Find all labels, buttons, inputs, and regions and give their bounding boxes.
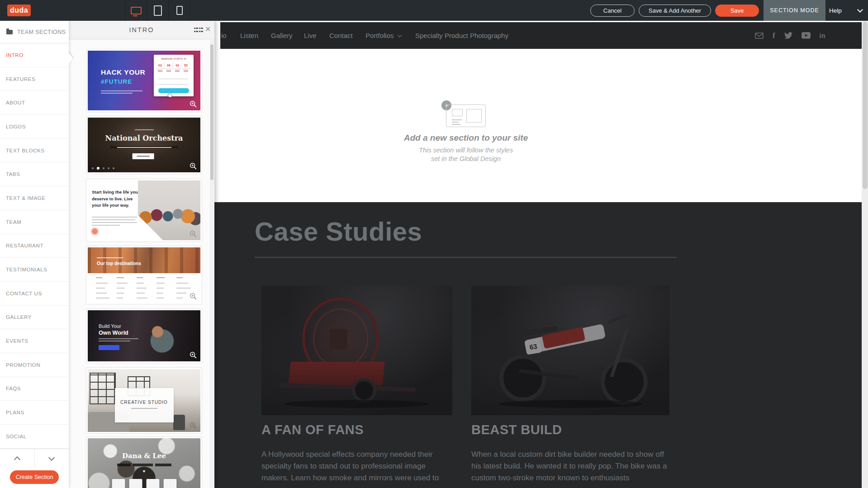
add-section-title: Add a new section to your site bbox=[384, 133, 547, 143]
page-scrollbar[interactable] bbox=[862, 21, 868, 488]
nav-item-live[interactable]: Live bbox=[304, 22, 317, 49]
template-thumb-top-destinations[interactable]: Our top destinations bbox=[86, 246, 202, 304]
case-card-title: A FAN OF FANS bbox=[261, 422, 364, 437]
desktop-icon bbox=[131, 7, 142, 14]
sidebar-item-restaurant[interactable]: RESTAURANT bbox=[0, 234, 69, 258]
sidebar-item-faqs[interactable]: FAQS bbox=[0, 377, 69, 401]
template-thumb-build-your-own-world[interactable]: Build Your Own World bbox=[86, 308, 202, 363]
thumb-button bbox=[132, 153, 154, 159]
template-thumb-creative-studio[interactable]: CREATIVE STUDIO bbox=[86, 367, 202, 434]
twitter-icon[interactable] bbox=[784, 32, 792, 39]
zoom-preview-icon[interactable] bbox=[189, 422, 197, 430]
device-switcher bbox=[125, 0, 190, 21]
sidebar-item-team[interactable]: TEAM bbox=[0, 210, 69, 234]
panel-title: INTRO bbox=[69, 26, 214, 33]
zoom-preview-icon[interactable] bbox=[189, 100, 197, 108]
email-icon[interactable] bbox=[755, 33, 764, 39]
tablet-icon bbox=[154, 5, 162, 16]
page-scrollbar-thumb[interactable] bbox=[863, 22, 868, 189]
cancel-button[interactable]: Cancel bbox=[590, 5, 635, 17]
sidebar-item-contact-us[interactable]: CONTACT US bbox=[0, 282, 69, 306]
section-mode-badge: SECTION MODE bbox=[764, 0, 825, 21]
add-section-subtitle-line1: This section will follow the styles bbox=[384, 147, 547, 154]
section-placeholder-icon bbox=[446, 104, 486, 127]
sidebar-item-testimonials[interactable]: TESTIMONIALS bbox=[0, 258, 69, 282]
webinar-card: WEBINAR STARTS IN 03 06 43 53 bbox=[154, 55, 194, 96]
chevron-down-icon[interactable] bbox=[857, 7, 863, 13]
panel-scrollbar-thumb[interactable] bbox=[210, 44, 213, 180]
sidebar-item-features[interactable]: FEATURES bbox=[0, 67, 69, 91]
layout-toggle-icon[interactable] bbox=[194, 27, 203, 35]
thumb-heading-line1: Build Your bbox=[99, 323, 121, 329]
sidebar-item-events[interactable]: EVENTS bbox=[0, 329, 69, 353]
template-thumb-national-orchestra[interactable]: National Orchestra bbox=[86, 116, 202, 174]
panel-scrollbar[interactable] bbox=[210, 39, 214, 488]
nav-item-io[interactable]: io bbox=[221, 22, 227, 49]
zoom-preview-icon[interactable] bbox=[189, 230, 197, 238]
thumb-title: National Orchestra bbox=[88, 134, 200, 142]
countdown-boxes bbox=[112, 479, 176, 488]
fan-machine-image bbox=[261, 286, 452, 415]
thumb-heading: HACK YOUR bbox=[101, 68, 145, 76]
tagline-bars bbox=[117, 464, 171, 466]
nav-item-portfolios[interactable]: Portfolios bbox=[365, 22, 401, 49]
template-thumb-dana-lee[interactable]: Dana & Lee ♥ bbox=[86, 436, 202, 488]
section-divider bbox=[255, 257, 677, 258]
site-preview: io Listen Gallery Live Contact Portfolio… bbox=[214, 21, 868, 488]
sidebar-item-gallery[interactable]: GALLERY bbox=[0, 306, 69, 330]
active-item-notch bbox=[68, 52, 73, 65]
linkedin-icon[interactable]: in bbox=[820, 32, 825, 39]
desktop-view-button[interactable] bbox=[125, 0, 147, 21]
site-nav: io Listen Gallery Live Contact Portfolio… bbox=[220, 22, 862, 49]
tablet-view-button[interactable] bbox=[147, 0, 168, 21]
zoom-preview-icon[interactable] bbox=[189, 162, 197, 170]
sidebar-item-logos[interactable]: LOGOS bbox=[0, 115, 69, 139]
scroll-down-button[interactable] bbox=[35, 449, 69, 468]
sidebar-item-text-blocks[interactable]: TEXT BLOCKS bbox=[0, 139, 69, 163]
youtube-icon[interactable] bbox=[802, 32, 811, 39]
nav-item-gallery[interactable]: Gallery bbox=[271, 22, 293, 49]
top-bar: duda Cancel Save & Add Another Save SECT… bbox=[0, 0, 868, 21]
thumb-title: CREATIVE STUDIO bbox=[115, 400, 174, 405]
carousel-dots bbox=[92, 167, 114, 170]
nav-item-specialty[interactable]: Specialty Product Photography bbox=[415, 22, 508, 49]
duda-logo[interactable]: duda bbox=[7, 5, 31, 16]
sidebar-item-social[interactable]: SOCIAL bbox=[0, 425, 69, 449]
folder-icon bbox=[6, 30, 13, 34]
template-thumb-start-living[interactable]: Start living the life you deserve to liv… bbox=[86, 179, 202, 242]
save-add-another-button[interactable]: Save & Add Another bbox=[639, 5, 711, 17]
zoom-preview-icon[interactable] bbox=[189, 292, 197, 300]
scroll-up-button[interactable] bbox=[0, 449, 35, 468]
thumb-title: Dana & Lee bbox=[88, 452, 200, 460]
thumb-tagline-bar bbox=[110, 146, 178, 148]
sidebar-item-plans[interactable]: PLANS bbox=[0, 401, 69, 425]
dirt-bike-image: 63 bbox=[471, 286, 669, 415]
sidebar-item-tabs[interactable]: TABS bbox=[0, 162, 69, 186]
chair bbox=[173, 415, 185, 430]
sidebar-item-promotion[interactable]: PROMOTION bbox=[0, 353, 69, 377]
sidebar-header: TEAM SECTIONS bbox=[0, 21, 69, 43]
accent-dot bbox=[92, 228, 98, 234]
duda-editor: duda Cancel Save & Add Another Save SECT… bbox=[0, 0, 868, 488]
chevron-up-icon bbox=[14, 456, 20, 463]
sidebar-item-intro[interactable]: INTRO bbox=[0, 43, 69, 67]
chevron-down-icon bbox=[48, 455, 55, 461]
zoom-preview-icon[interactable] bbox=[189, 351, 197, 359]
sidebar-item-about[interactable]: ABOUT bbox=[0, 91, 69, 115]
nav-item-contact[interactable]: Contact bbox=[329, 22, 353, 49]
template-thumb-hack-your-future[interactable]: HACK YOUR #FUTURE WEBINAR STARTS IN 03 0… bbox=[86, 49, 202, 112]
sidebar-item-text-image[interactable]: TEXT & IMAGE bbox=[0, 186, 69, 210]
sections-sidebar: TEAM SECTIONS INTRO FEATURES ABOUT LOGOS… bbox=[0, 21, 69, 488]
help-menu[interactable]: Help bbox=[829, 0, 842, 21]
nav-item-listen[interactable]: Listen bbox=[240, 22, 258, 49]
facebook-icon[interactable]: f bbox=[773, 31, 775, 40]
close-icon[interactable]: ✕ bbox=[205, 25, 211, 33]
thumb-heading-line2: Own World bbox=[99, 330, 128, 336]
thumb-subheading: #FUTURE bbox=[101, 78, 132, 85]
save-button[interactable]: Save bbox=[715, 5, 759, 17]
mobile-view-button[interactable] bbox=[168, 0, 190, 21]
create-section-button[interactable]: Create Section bbox=[10, 470, 59, 484]
street-photo bbox=[88, 247, 200, 273]
case-card-text: When a local custom dirt bike builder ne… bbox=[471, 449, 676, 484]
add-section-subtitle-line2: set in the Global Design bbox=[384, 155, 547, 162]
